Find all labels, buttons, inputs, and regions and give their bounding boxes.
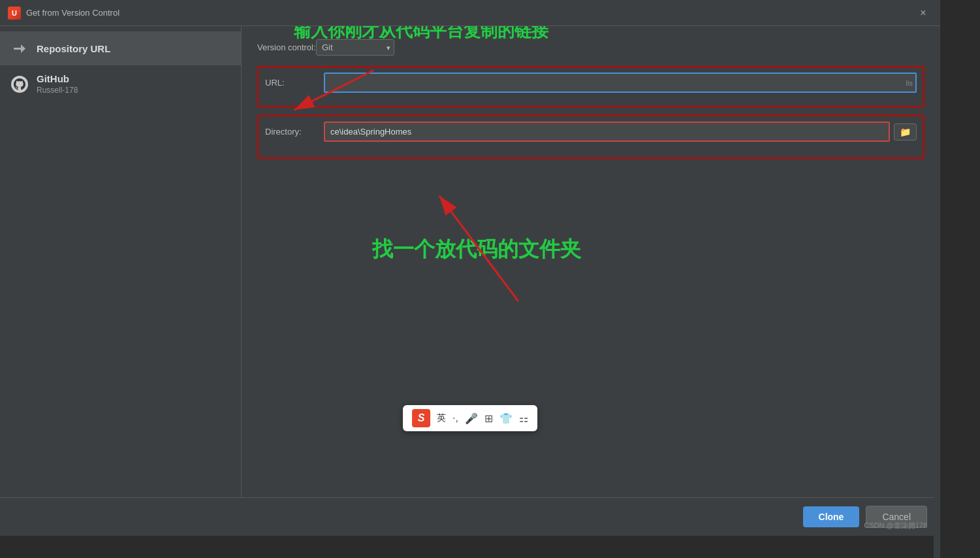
- clone-button[interactable]: Clone: [803, 506, 860, 527]
- csdn-watermark: CSDN @壹柒拥178: [864, 521, 927, 531]
- version-control-select[interactable]: Git: [316, 39, 394, 56]
- browse-button[interactable]: 📁: [894, 123, 917, 140]
- sidebar-item-label-github: GitHub: [37, 73, 78, 84]
- arrow-right-icon: [10, 39, 29, 57]
- url-input[interactable]: [324, 73, 917, 93]
- close-button[interactable]: ×: [914, 4, 932, 22]
- github-icon: [10, 75, 29, 93]
- sidebar-item-sublabel-github: Russell-178: [37, 86, 78, 95]
- url-label: URL:: [265, 78, 324, 88]
- svg-marker-1: [21, 44, 25, 53]
- annotation-bottom: 找一个放代码的文件夹: [372, 235, 581, 264]
- ime-icon-shirt[interactable]: 👕: [499, 412, 513, 425]
- version-control-select-wrapper: Git: [316, 39, 394, 56]
- content-panel: Version control: Git URL: lis: [242, 26, 940, 497]
- ime-label: 英: [437, 412, 446, 424]
- url-row: URL: lis: [265, 73, 917, 93]
- directory-label: Directory:: [265, 127, 324, 137]
- ime-icon-apps[interactable]: ⚏: [519, 412, 528, 425]
- version-control-row: Version control: Git: [257, 39, 925, 56]
- dialog-title: Get from Version Control: [26, 8, 119, 18]
- svg-line-4: [439, 196, 518, 302]
- directory-row: Directory: 📁: [265, 122, 917, 142]
- url-input-suffix: lis: [906, 73, 917, 93]
- ime-toolbar: S 英 ·, 🎤 ⊞ 👕 ⚏: [403, 405, 537, 431]
- app-icon: U: [8, 7, 21, 20]
- ime-icon-grid[interactable]: ⊞: [484, 412, 493, 425]
- version-control-label: Version control:: [257, 42, 316, 52]
- directory-highlight-box: Directory: 📁: [257, 115, 925, 159]
- sidebar-item-repository-url[interactable]: Repository URL: [0, 31, 241, 65]
- ime-icon-mic[interactable]: 🎤: [465, 412, 478, 425]
- url-input-wrapper: lis: [324, 73, 917, 93]
- sidebar-item-github-sub: GitHub Russell-178: [37, 73, 78, 95]
- ime-icon-dot: ·,: [452, 412, 458, 424]
- sidebar-item-label-repository-url: Repository URL: [37, 43, 110, 54]
- sidebar-item-github[interactable]: GitHub Russell-178: [0, 65, 241, 103]
- dialog-footer: Clone Cancel CSDN @壹柒拥178: [0, 497, 940, 536]
- sidebar: Repository URL GitHub Russell-178: [0, 26, 242, 497]
- title-bar: U Get from Version Control ×: [0, 0, 940, 26]
- ime-logo: S: [412, 409, 430, 427]
- url-highlight-box: URL: lis: [257, 66, 925, 107]
- directory-input[interactable]: [324, 122, 890, 142]
- dialog-window: U Get from Version Control × Repository …: [0, 0, 940, 536]
